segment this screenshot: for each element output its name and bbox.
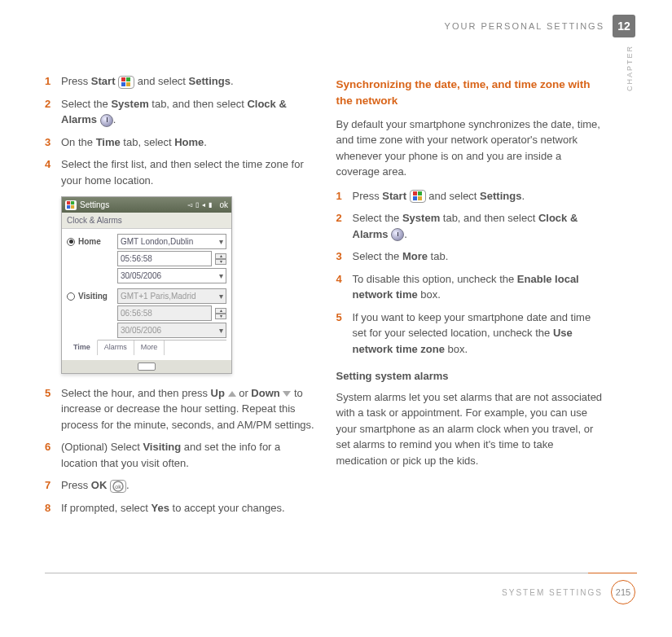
bold: Start <box>382 190 406 202</box>
text: On the <box>61 136 96 148</box>
step-number: 1 <box>45 73 61 90</box>
spinner: ▴▾ <box>215 308 226 319</box>
svg-rect-13 <box>418 196 422 200</box>
svg-rect-4 <box>67 201 70 204</box>
step-text: Select the More tab. <box>353 248 608 265</box>
bold: Time <box>96 136 121 148</box>
step-number: 7 <box>45 477 61 494</box>
bold: More <box>402 250 428 262</box>
step-8: 8 If prompted, select Yes to accept your… <box>45 500 316 516</box>
tab-time: Time <box>67 340 98 355</box>
step-number: 3 <box>45 134 61 151</box>
step-text: If prompted, select Yes to accept your c… <box>61 500 316 516</box>
svg-rect-5 <box>71 201 74 204</box>
step-number: 5 <box>45 385 61 433</box>
visiting-timezone-dropdown: GMT+1 Paris,Madrid <box>117 288 226 304</box>
step-number: 6 <box>45 439 61 471</box>
step-text: Press OK ok. <box>61 477 316 494</box>
step-r2: 2 Select the System tab, and then select… <box>336 210 608 242</box>
bold: Settings <box>480 190 521 202</box>
step-number: 2 <box>336 210 353 242</box>
text: . <box>113 113 116 125</box>
visiting-label: Visiting <box>78 290 114 302</box>
svg-rect-11 <box>418 191 422 195</box>
step-number: 5 <box>336 310 353 358</box>
section-heading-sync: Synchronizing the date, time, and time z… <box>336 77 608 110</box>
visiting-time-input: 06:56:58 <box>117 305 212 321</box>
chapter-label-vertical: CHAPTER <box>625 45 636 91</box>
step-7: 7 Press OK ok. <box>45 477 316 494</box>
step-text: (Optional) Select Visiting and set the i… <box>61 439 316 471</box>
status-icons: ◅ ▯ ◂ ▮ <box>187 200 213 210</box>
bold: Visiting <box>143 441 181 453</box>
step-5: 5 Select the hour, and then press Up or … <box>45 385 316 433</box>
text: (Optional) Select <box>61 441 143 453</box>
home-radio <box>67 238 75 246</box>
keyboard-icon <box>138 362 156 371</box>
bold: OK <box>91 479 108 491</box>
windows-start-icon <box>410 190 426 203</box>
text: box. <box>418 288 441 301</box>
footer-section-title: SYSTEM SETTINGS <box>502 586 603 599</box>
step-r4: 4 To disable this option, uncheck the En… <box>336 271 608 303</box>
bold: System <box>402 212 440 224</box>
step-number: 1 <box>336 188 353 204</box>
section-heading-alarms: Setting system alarms <box>336 368 608 384</box>
bold: Settings <box>189 75 231 87</box>
down-arrow-icon <box>283 391 291 397</box>
text: Select the <box>353 212 402 224</box>
right-column: Synchronizing the date, time, and time z… <box>336 73 608 522</box>
text: . <box>404 228 407 240</box>
svg-rect-10 <box>413 191 417 195</box>
paragraph: By default your smartphone synchronizes … <box>336 116 608 180</box>
step-6: 6 (Optional) Select Visiting and set the… <box>45 439 316 471</box>
bold: Up <box>211 387 225 399</box>
step-3: 3 On the Time tab, select Home. <box>45 134 316 151</box>
step-text: Select the System tab, and then select C… <box>61 96 316 128</box>
page-number: 215 <box>611 580 635 604</box>
ok-button-icon: ok <box>110 480 126 493</box>
visiting-date-dropdown: 30/05/2006 <box>117 323 226 338</box>
home-time-input: 05:56:58 <box>117 251 212 266</box>
up-arrow-icon <box>228 391 236 397</box>
step-text: Select the first list, and then select t… <box>61 156 316 188</box>
svg-rect-1 <box>126 77 130 81</box>
svg-rect-3 <box>126 82 130 86</box>
bold: Home <box>174 136 204 148</box>
text: and select <box>138 75 189 87</box>
visiting-radio <box>67 292 75 301</box>
step-text: On the Time tab, select Home. <box>61 134 316 151</box>
step-number: 3 <box>336 248 353 265</box>
chapter-number-badge: 12 <box>613 15 635 37</box>
step-text: Select the hour, and then press Up or Do… <box>61 385 316 433</box>
text: tab. <box>428 250 448 262</box>
svg-rect-6 <box>67 205 70 209</box>
home-date-dropdown: 30/05/2006 <box>117 268 226 283</box>
text: Select the <box>61 98 111 110</box>
text: . <box>126 479 130 491</box>
footer-accent-line <box>588 573 637 573</box>
step-4: 4 Select the first list, and then select… <box>45 156 316 188</box>
spinner: ▴▾ <box>215 253 226 265</box>
svg-text:ok: ok <box>115 484 121 490</box>
ok-softkey: ok <box>219 199 228 211</box>
text: Press <box>61 479 91 491</box>
step-2: 2 Select the System tab, and then select… <box>45 96 316 128</box>
bold: System <box>111 98 148 110</box>
step-r1: 1 Press Start and select Settings. <box>336 188 608 204</box>
clock-icon <box>391 228 404 241</box>
text: . <box>231 75 234 87</box>
text: . <box>204 136 207 148</box>
screenshot-subtitle: Clock & Alarms <box>62 213 231 229</box>
text: . <box>521 190 525 202</box>
svg-rect-0 <box>121 77 125 81</box>
windows-start-icon <box>118 76 134 89</box>
step-number: 8 <box>45 500 61 516</box>
svg-rect-12 <box>413 196 417 200</box>
tab-more: More <box>134 340 165 355</box>
text: Select the hour, and then press <box>61 387 211 399</box>
text: to accept your changes. <box>169 502 285 514</box>
svg-rect-2 <box>121 82 125 86</box>
bold: Yes <box>152 502 169 514</box>
text: box. <box>445 343 468 355</box>
